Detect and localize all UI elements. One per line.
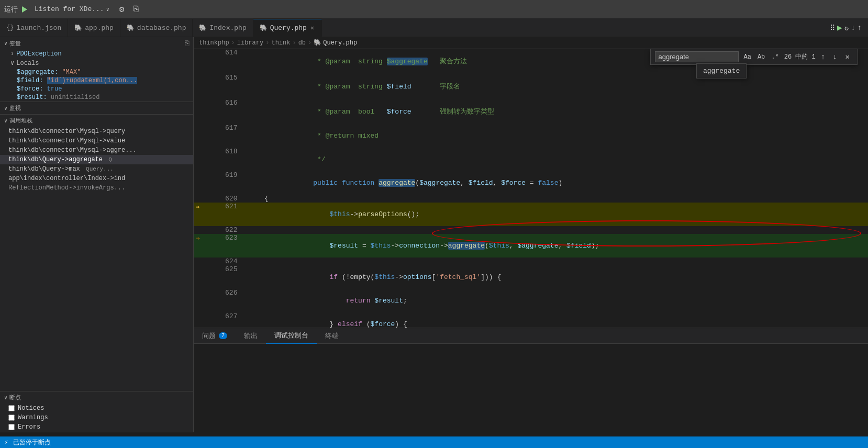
line-number: 625 bbox=[194, 265, 243, 289]
code-lines: 614 * @param string $aggregate 聚合方法 615 … bbox=[194, 49, 868, 328]
breadcrumb-file[interactable]: 🐘 Query.php bbox=[314, 39, 357, 47]
code-line[interactable]: 615 * @param string $field 字段名 bbox=[194, 74, 868, 99]
line-content: { bbox=[243, 195, 868, 203]
local-var-field: $field: "id`)+updatexml(1,con... bbox=[0, 76, 193, 85]
bp-notices-checkbox[interactable] bbox=[8, 405, 15, 411]
play-icon[interactable] bbox=[22, 6, 27, 13]
code-editor[interactable]: Aa Ab .* 26 中的 1 ↑ ↓ ✕ 614 * @param stri… bbox=[194, 49, 868, 328]
search-close-icon[interactable]: ✕ bbox=[842, 52, 853, 62]
line-content: return $result; bbox=[243, 289, 868, 312]
variables-section: ∨ 变量 ⎘ › PDOException ∨ Locals $aggregat… bbox=[0, 37, 193, 102]
tab-output[interactable]: 输出 bbox=[236, 328, 266, 344]
bp-warnings-label: Warnings bbox=[18, 414, 48, 421]
continue-icon[interactable]: ▶ bbox=[837, 23, 842, 33]
tab-label: 调试控制台 bbox=[274, 331, 308, 340]
pdo-exception-item[interactable]: › PDOException bbox=[0, 50, 193, 58]
breadcrumb-filename: Query.php bbox=[323, 39, 357, 47]
code-line[interactable]: 617 * @return mixed bbox=[194, 124, 868, 148]
autocomplete-label: aggregate bbox=[703, 67, 740, 75]
line-number: ⇒ 623 bbox=[194, 234, 243, 257]
tab-query[interactable]: 🐘 Query.php ✕ bbox=[253, 19, 322, 37]
breakpoints-section: ∨ 断点 Notices Warnings Errors bbox=[0, 391, 193, 432]
code-line[interactable]: 624 bbox=[194, 257, 868, 265]
code-line[interactable]: 625 if (!empty($this->options['fetch_sql… bbox=[194, 265, 868, 289]
stack-item[interactable]: ReflectionMethod->invokeArgs... bbox=[0, 183, 193, 193]
line-content: } elseif ($force) { bbox=[243, 312, 868, 328]
person-icon[interactable]: ⎘ bbox=[131, 4, 141, 15]
code-line-623[interactable]: ⇒ 623 $result = $this->connection->aggre… bbox=[194, 234, 868, 257]
local-var-aggregate: $aggregate: "MAX" bbox=[0, 68, 193, 76]
gear-icon[interactable]: ⚙ bbox=[117, 3, 127, 16]
watch-header[interactable]: ∨ 监视 bbox=[0, 102, 193, 114]
locals-header[interactable]: ∨ Locals bbox=[0, 58, 193, 68]
chevron-down-icon: ∨ bbox=[106, 6, 109, 13]
code-line[interactable]: 627 } elseif ($force) { bbox=[194, 312, 868, 328]
tab-app[interactable]: 🐘 app.php bbox=[68, 19, 120, 37]
close-tab-icon[interactable]: ✕ bbox=[309, 24, 315, 32]
code-line-621[interactable]: ⇒ 621 $this->parseOptions(); bbox=[194, 203, 868, 226]
call-stack-header[interactable]: ∨ 调用堆栈 bbox=[0, 115, 193, 127]
stack-item[interactable]: think\db\connector\Mysql->value bbox=[0, 136, 193, 145]
bp-notices-label: Notices bbox=[18, 405, 44, 412]
line-number: 615 bbox=[194, 74, 243, 99]
tab-launch[interactable]: {} launch.json bbox=[0, 19, 68, 37]
status-bar: ⚡ 已暂停于断点 bbox=[0, 436, 868, 448]
bp-warnings-checkbox[interactable] bbox=[8, 415, 15, 421]
tab-database[interactable]: 🐘 database.php bbox=[120, 19, 193, 37]
step-over-icon[interactable]: ↻ bbox=[844, 24, 849, 32]
breadcrumb-part[interactable]: think bbox=[271, 39, 290, 47]
main-layout: ∨ 变量 ⎘ › PDOException ∨ Locals $aggregat… bbox=[0, 37, 868, 432]
copy-icon[interactable]: ⎘ bbox=[185, 39, 189, 48]
regex-btn[interactable]: .* bbox=[769, 53, 781, 61]
listen-label: Listen for XDe... bbox=[35, 5, 104, 13]
breadcrumb-part[interactable]: thinkphp bbox=[199, 39, 229, 47]
tab-debug-console[interactable]: 调试控制台 bbox=[266, 328, 317, 344]
search-next-icon[interactable]: ↓ bbox=[830, 52, 839, 62]
tab-bar: {} launch.json 🐘 app.php 🐘 database.php … bbox=[0, 19, 868, 37]
code-line[interactable]: 626 return $result; bbox=[194, 289, 868, 312]
code-line[interactable]: 620 { bbox=[194, 195, 868, 203]
tab-index[interactable]: 🐘 Index.php bbox=[193, 19, 253, 37]
breadcrumb-part[interactable]: db bbox=[298, 39, 306, 47]
line-number: 624 bbox=[194, 257, 243, 265]
top-toolbar: 运行 Listen for XDe... ∨ ⚙ ⎘ bbox=[0, 0, 868, 19]
bp-notices: Notices bbox=[0, 404, 193, 413]
tab-label: 输出 bbox=[244, 331, 258, 341]
step-into-icon[interactable]: ↓ bbox=[851, 24, 855, 32]
stack-item-active[interactable]: think\db\Query->aggregate Q bbox=[0, 155, 193, 164]
stack-item[interactable]: think\db\Query->max Query... bbox=[0, 164, 193, 174]
bp-errors-label: Errors bbox=[18, 423, 40, 431]
line-number: 619 bbox=[194, 171, 243, 195]
grid-icon[interactable]: ⠿ bbox=[830, 24, 835, 32]
stack-item[interactable]: app\index\controller\Index->ind bbox=[0, 174, 193, 183]
variables-header[interactable]: ∨ 变量 ⎘ bbox=[0, 37, 193, 50]
editor-panel: thinkphp › library › think › db › 🐘 Quer… bbox=[194, 37, 868, 432]
step-out-icon[interactable]: ↑ bbox=[858, 24, 862, 32]
line-number: 627 bbox=[194, 312, 243, 328]
code-line[interactable]: 618 */ bbox=[194, 148, 868, 171]
breadcrumb-part[interactable]: library bbox=[237, 39, 263, 47]
php-icon: 🐘 bbox=[127, 24, 135, 32]
breakpoints-header[interactable]: ∨ 断点 bbox=[0, 391, 193, 404]
code-line[interactable]: 622 bbox=[194, 226, 868, 234]
code-line[interactable]: 619 public function aggregate($aggregate… bbox=[194, 171, 868, 195]
search-input[interactable] bbox=[655, 51, 739, 62]
stack-item[interactable]: think\db\connector\Mysql->aggre... bbox=[0, 145, 193, 155]
tab-terminal[interactable]: 终端 bbox=[317, 328, 347, 344]
tab-label: launch.json bbox=[16, 24, 61, 32]
stack-item[interactable]: think\db\connector\Mysql->query bbox=[0, 127, 193, 136]
chevron-down-icon: ∨ bbox=[4, 105, 7, 111]
listen-button[interactable]: Listen for XDe... ∨ bbox=[31, 4, 113, 14]
search-prev-icon[interactable]: ↑ bbox=[819, 52, 827, 62]
variables-label: 变量 bbox=[9, 40, 21, 48]
bottom-tabs: 问题 7 输出 调试控制台 终端 bbox=[194, 328, 868, 344]
code-line[interactable]: 616 * @param bool $force 强制转为数字类型 bbox=[194, 99, 868, 124]
line-content: $result = $this->connection->aggregate($… bbox=[243, 234, 868, 257]
chevron-down-icon: ∨ bbox=[4, 118, 7, 124]
tab-problems[interactable]: 问题 7 bbox=[194, 328, 236, 344]
case-sensitive-btn[interactable]: Aa bbox=[742, 53, 753, 61]
local-var-result: $result: uninitialised bbox=[0, 93, 193, 102]
whole-word-btn[interactable]: Ab bbox=[755, 53, 767, 61]
bp-errors-checkbox[interactable] bbox=[8, 424, 15, 430]
debug-arrow-orange: ⇒ bbox=[196, 234, 199, 242]
